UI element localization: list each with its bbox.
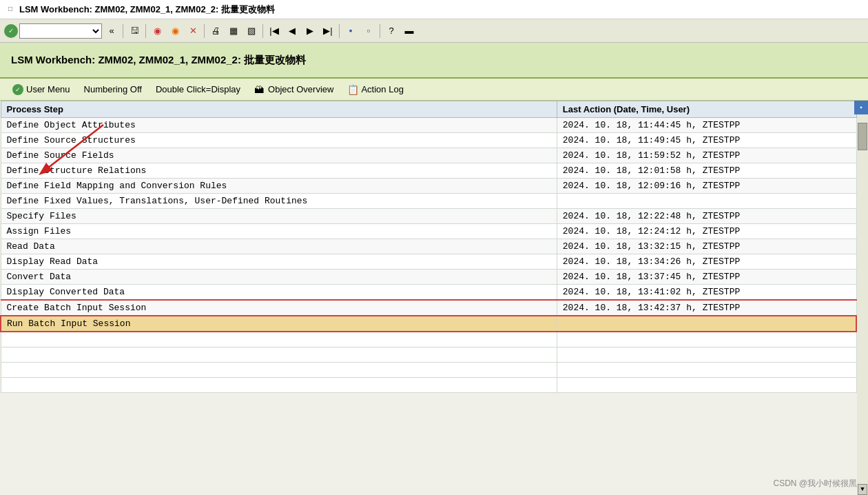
empty-cell bbox=[557, 347, 856, 363]
table-row[interactable]: Display Read Data2024. 10. 18, 13:34:26 … bbox=[1, 254, 856, 270]
scroll-thumb[interactable] bbox=[858, 123, 867, 150]
print-button[interactable]: 🖨 bbox=[207, 23, 224, 39]
process-step-cell: Define Fixed Values, Translations, User-… bbox=[1, 194, 557, 209]
empty-cell bbox=[1, 332, 557, 347]
watermark: CSDN @我小时候很黑 bbox=[773, 478, 857, 489]
last-action-cell: 2024. 10. 18, 11:59:52 h, ZTESTPP bbox=[557, 148, 856, 163]
table-row[interactable]: Define Field Mapping and Conversion Rule… bbox=[1, 179, 856, 194]
process-step-cell: Define Source Structures bbox=[1, 133, 557, 148]
screen2-button[interactable]: ▫ bbox=[360, 23, 377, 39]
menu-item-user[interactable]: ✓ User Menu bbox=[6, 82, 77, 97]
process-step-cell: Specify Files bbox=[1, 209, 557, 224]
last-action-cell bbox=[557, 316, 856, 332]
last-action-cell: 2024. 10. 18, 11:49:45 h, ZTESTPP bbox=[557, 133, 856, 148]
process-step-cell: Run Batch Input Session bbox=[1, 316, 557, 332]
table-row[interactable]: Define Source Fields2024. 10. 18, 11:59:… bbox=[1, 148, 856, 163]
last-action-cell: 2024. 10. 18, 12:09:16 h, ZTESTPP bbox=[557, 179, 856, 194]
col-last-action: Last Action (Date, Time, User) bbox=[557, 101, 856, 118]
action-log-label: Action Log bbox=[361, 84, 403, 94]
empty-cell bbox=[557, 363, 856, 378]
shortcut3-button[interactable]: ✕ bbox=[185, 23, 201, 39]
table-row[interactable]: Read Data2024. 10. 18, 13:32:15 h, ZTEST… bbox=[1, 239, 856, 254]
process-step-cell: Define Structure Relations bbox=[1, 163, 557, 179]
last-action-cell: 2024. 10. 18, 13:42:37 h, ZTESTPP bbox=[557, 300, 856, 316]
empty-cell bbox=[557, 378, 856, 393]
last-action-cell: 2024. 10. 18, 13:37:45 h, ZTESTPP bbox=[557, 270, 856, 285]
last-action-cell bbox=[557, 194, 856, 209]
process-step-cell: Read Data bbox=[1, 239, 557, 254]
green-status-icon: ✓ bbox=[4, 24, 18, 38]
table-row[interactable]: Run Batch Input Session bbox=[1, 316, 856, 332]
first-button[interactable]: |◀ bbox=[266, 23, 282, 39]
save-button[interactable]: 🖫 bbox=[126, 23, 143, 39]
empty-row bbox=[1, 363, 856, 378]
process-step-cell: Display Converted Data bbox=[1, 285, 557, 301]
table-row[interactable]: Define Structure Relations2024. 10. 18, … bbox=[1, 163, 856, 179]
last-action-cell: 2024. 10. 18, 11:44:45 h, ZTESTPP bbox=[557, 118, 856, 133]
last-action-cell: 2024. 10. 18, 12:22:48 h, ZTESTPP bbox=[557, 209, 856, 224]
table-row[interactable]: Display Converted Data2024. 10. 18, 13:4… bbox=[1, 285, 856, 301]
user-menu-label: User Menu bbox=[26, 84, 70, 94]
menu-item-doubleclick[interactable]: Double Click=Display bbox=[149, 82, 247, 97]
shortcut2-button[interactable]: ◉ bbox=[167, 23, 183, 39]
last-action-cell: 2024. 10. 18, 13:32:15 h, ZTESTPP bbox=[557, 239, 856, 254]
shortcut1-button[interactable]: ◉ bbox=[149, 23, 165, 39]
grid2-button[interactable]: ▧ bbox=[243, 23, 260, 39]
empty-cell bbox=[1, 347, 557, 363]
content-header-text: LSM Workbench: ZMM02, ZMM02_1, ZMM02_2: … bbox=[11, 54, 306, 67]
object-overview-label: Object Overview bbox=[268, 84, 333, 94]
process-step-cell: Define Field Mapping and Conversion Rule… bbox=[1, 179, 557, 194]
back-button[interactable]: « bbox=[103, 23, 120, 39]
help-button[interactable]: ? bbox=[383, 23, 400, 39]
command-dropdown[interactable] bbox=[19, 23, 102, 39]
screen1-button[interactable]: ▪ bbox=[342, 23, 359, 39]
title-text: LSM Workbench: ZMM02, ZMM02_1, ZMM02_2: … bbox=[19, 3, 275, 16]
process-step-cell: Define Object Attributes bbox=[1, 118, 557, 133]
menu-item-action-log[interactable]: 📋 Action Log bbox=[340, 82, 410, 97]
table-row[interactable]: Create Batch Input Session2024. 10. 18, … bbox=[1, 300, 856, 316]
toolbar: ✓ « 🖫 ◉ ◉ ✕ 🖨 ▦ ▧ |◀ ◀ ▶ ▶| ▪ ▫ ? ▬ bbox=[0, 19, 868, 43]
table-row[interactable]: Define Object Attributes2024. 10. 18, 11… bbox=[1, 118, 856, 133]
table-row[interactable]: Convert Data2024. 10. 18, 13:37:45 h, ZT… bbox=[1, 270, 856, 285]
object-overview-icon: 🏔 bbox=[254, 84, 265, 95]
main-content: ▲ ▼ ▪ Process Step Last Action (Date, Ti… bbox=[0, 101, 868, 495]
numbering-label: Numbering Off bbox=[84, 84, 142, 94]
empty-cell bbox=[557, 332, 856, 347]
process-step-cell: Assign Files bbox=[1, 224, 557, 239]
action-log-icon: 📋 bbox=[347, 84, 358, 95]
empty-cell bbox=[1, 378, 557, 393]
data-table: Process Step Last Action (Date, Time, Us… bbox=[0, 101, 857, 393]
empty-row bbox=[1, 347, 856, 363]
title-icon: □ bbox=[6, 5, 15, 14]
last-action-cell: 2024. 10. 18, 12:01:58 h, ZTESTPP bbox=[557, 163, 856, 179]
scroll-down-arrow[interactable]: ▼ bbox=[858, 484, 867, 495]
user-menu-icon: ✓ bbox=[12, 84, 23, 95]
menu-item-numbering[interactable]: Numbering Off bbox=[77, 82, 149, 97]
last-action-cell: 2024. 10. 18, 13:34:26 h, ZTESTPP bbox=[557, 254, 856, 270]
empty-cell bbox=[1, 363, 557, 378]
empty-row bbox=[1, 378, 856, 393]
content-header: LSM Workbench: ZMM02, ZMM02_1, ZMM02_2: … bbox=[0, 43, 868, 79]
last-action-cell: 2024. 10. 18, 12:24:12 h, ZTESTPP bbox=[557, 224, 856, 239]
empty-row bbox=[1, 332, 856, 347]
prev-button[interactable]: ◀ bbox=[284, 23, 300, 39]
grid1-button[interactable]: ▦ bbox=[225, 23, 242, 39]
last-action-cell: 2024. 10. 18, 13:41:02 h, ZTESTPP bbox=[557, 285, 856, 301]
process-step-cell: Create Batch Input Session bbox=[1, 300, 557, 316]
next-button[interactable]: ▶ bbox=[302, 23, 318, 39]
table-row[interactable]: Define Fixed Values, Translations, User-… bbox=[1, 194, 856, 209]
process-step-cell: Display Read Data bbox=[1, 254, 557, 270]
table-row[interactable]: Assign Files2024. 10. 18, 12:24:12 h, ZT… bbox=[1, 224, 856, 239]
menu-bar: ✓ User Menu Numbering Off Double Click=D… bbox=[0, 79, 868, 101]
process-step-cell: Convert Data bbox=[1, 270, 557, 285]
menu-item-object-overview[interactable]: 🏔 Object Overview bbox=[247, 82, 340, 97]
process-step-cell: Define Source Fields bbox=[1, 148, 557, 163]
table-row[interactable]: Specify Files2024. 10. 18, 12:22:48 h, Z… bbox=[1, 209, 856, 224]
table-row[interactable]: Define Source Structures2024. 10. 18, 11… bbox=[1, 133, 856, 148]
sys-button[interactable]: ▬ bbox=[401, 23, 417, 39]
col-process-step: Process Step bbox=[1, 101, 557, 118]
table-wrapper: ▲ ▼ ▪ Process Step Last Action (Date, Ti… bbox=[0, 101, 868, 495]
title-bar: □ LSM Workbench: ZMM02, ZMM02_1, ZMM02_2… bbox=[0, 0, 868, 19]
last-button[interactable]: ▶| bbox=[320, 23, 336, 39]
doubleclick-label: Double Click=Display bbox=[156, 84, 240, 94]
